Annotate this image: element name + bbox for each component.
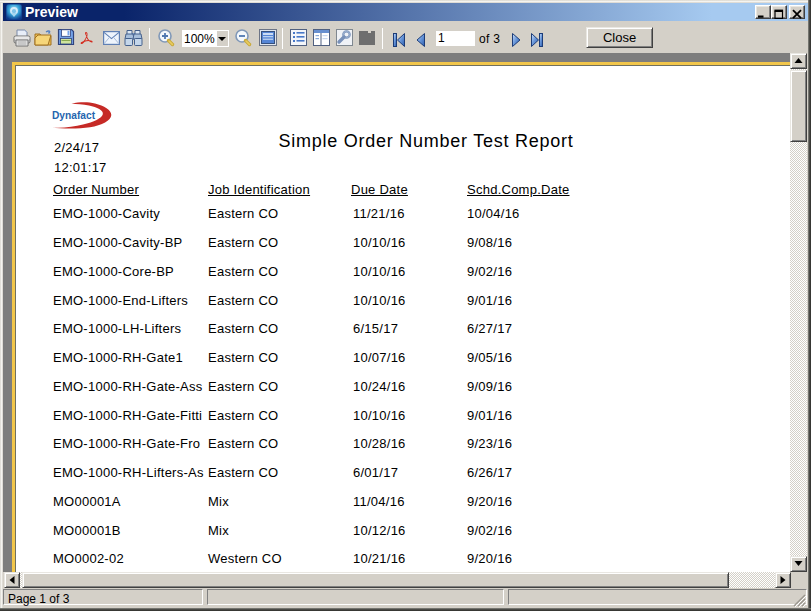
svg-text:Dynafact: Dynafact: [52, 110, 96, 121]
